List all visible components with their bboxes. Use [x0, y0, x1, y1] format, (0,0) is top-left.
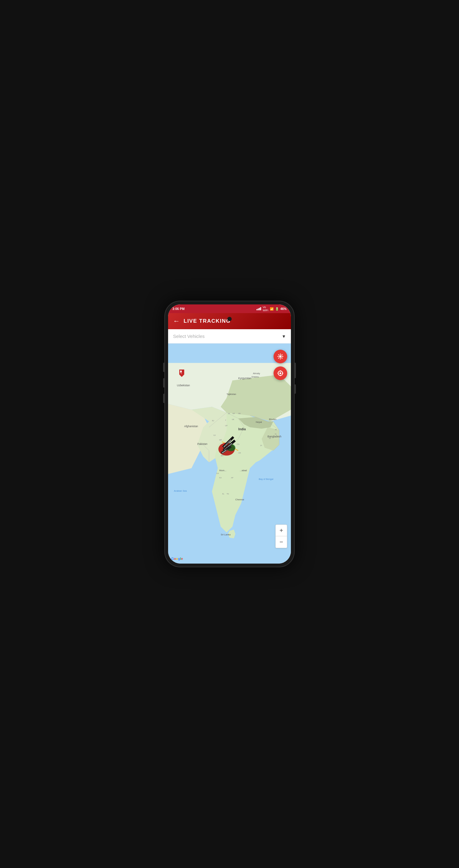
svg-text:CG: CG	[237, 443, 239, 445]
svg-text:Kyrgyzstan: Kyrgyzstan	[238, 377, 251, 380]
select-vehicles-label: Select Vehicles	[173, 334, 205, 339]
svg-text:NL: NL	[275, 433, 277, 435]
svg-text:Uzbekistan: Uzbekistan	[177, 384, 190, 387]
map-container[interactable]: Uzbekistan Kyrgyzstan Almaty Алматы Taji…	[168, 343, 291, 564]
svg-text:Almaty: Almaty	[253, 372, 260, 375]
svg-text:Mum...: Mum...	[219, 469, 226, 472]
svg-text:AR: AR	[275, 429, 277, 431]
svg-text:Bhutan: Bhutan	[269, 418, 276, 421]
svg-text:HP: HP	[232, 413, 235, 414]
svg-text:Алматы: Алматы	[251, 376, 259, 378]
silent-button[interactable]	[163, 394, 164, 403]
svg-text:BR: BR	[269, 438, 271, 439]
phone-screen: 3:06 PM VoWiFi 📶 🔋 46% ← LIVE TRACKING S	[168, 304, 291, 564]
zoom-controls: + −	[275, 525, 287, 548]
map-logo-pin	[177, 368, 187, 378]
svg-text:GJ: GJ	[213, 434, 216, 436]
volume-up-button[interactable]	[163, 363, 164, 372]
svg-text:UP: UP	[225, 425, 227, 427]
battery-percent: 46%	[280, 307, 286, 311]
svg-text:JH: JH	[260, 445, 262, 446]
svg-text:JK: JK	[228, 413, 230, 414]
power-location-button[interactable]	[274, 350, 287, 363]
status-time-network: 3:06 PM	[173, 307, 185, 311]
svg-text:OR: OR	[238, 452, 241, 454]
google-logo: Google	[171, 557, 183, 560]
svg-text:TN: TN	[227, 493, 229, 495]
power-button[interactable]	[295, 363, 296, 378]
svg-point-60	[279, 355, 281, 358]
volume-down-button[interactable]	[163, 378, 164, 388]
select-vehicles-dropdown[interactable]: Select Vehicles ▼	[168, 329, 291, 343]
back-button[interactable]: ←	[173, 317, 180, 325]
svg-text:MH: MH	[221, 455, 224, 457]
zoom-out-button[interactable]: −	[275, 536, 287, 548]
chevron-down-icon: ▼	[282, 334, 286, 339]
camera-notch	[227, 317, 232, 321]
status-bar: 3:06 PM VoWiFi 📶 🔋 46%	[168, 304, 291, 313]
svg-text:KL: KL	[222, 493, 224, 495]
battery-icon: 🔋	[275, 307, 279, 311]
svg-text:UK: UK	[232, 418, 235, 421]
svg-text:...abad: ...abad	[240, 469, 247, 472]
svg-text:Bay of Bengal: Bay of Bengal	[259, 478, 273, 480]
svg-text:GA: GA	[216, 472, 219, 474]
wifi-icon: 📶	[270, 307, 274, 311]
svg-text:PB: PB	[238, 413, 241, 414]
zoom-in-button[interactable]: +	[275, 525, 287, 536]
map-controls	[274, 350, 287, 380]
svg-text:MP: MP	[219, 439, 222, 441]
svg-text:RJ: RJ	[212, 420, 214, 422]
svg-text:Chennai: Chennai	[235, 498, 244, 501]
phone-frame: 3:06 PM VoWiFi 📶 🔋 46% ← LIVE TRACKING S	[164, 301, 295, 567]
vowifi-icon: VoWiFi	[263, 306, 268, 312]
svg-rect-59	[180, 371, 182, 372]
signal-bars	[256, 307, 261, 310]
google-e: e	[181, 557, 183, 560]
power-button-2[interactable]	[295, 384, 296, 394]
svg-text:Nepal: Nepal	[256, 421, 262, 424]
google-g: G	[171, 557, 174, 560]
svg-text:Afghanistan: Afghanistan	[184, 425, 198, 428]
page-title: LIVE TRACKING	[184, 318, 231, 324]
svg-point-62	[280, 373, 281, 374]
google-g2: g	[178, 557, 180, 560]
svg-text:Pakistan: Pakistan	[197, 442, 208, 445]
svg-text:J: J	[225, 419, 226, 421]
svg-text:Sri Lanka: Sri Lanka	[221, 533, 231, 536]
app-header: ← LIVE TRACKING	[168, 313, 291, 329]
status-icons: VoWiFi 📶 🔋 46%	[256, 306, 286, 312]
svg-text:Arabian Sea: Arabian Sea	[174, 490, 187, 492]
svg-text:KA: KA	[219, 477, 222, 478]
svg-text:Tajikistan: Tajikistan	[227, 393, 236, 396]
target-location-button[interactable]	[274, 366, 287, 380]
svg-text:India: India	[238, 428, 246, 431]
svg-text:AP: AP	[231, 477, 234, 478]
